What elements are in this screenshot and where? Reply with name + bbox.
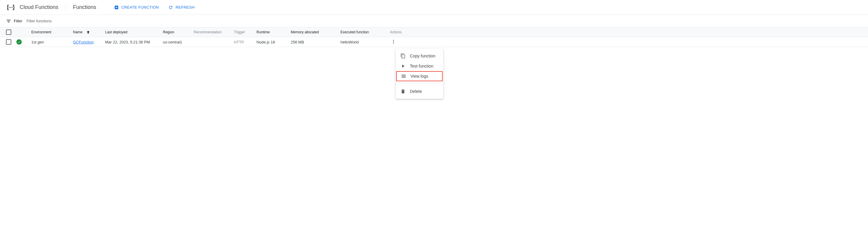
row-checkbox-col xyxy=(0,39,17,45)
row-runtime: Node.js 18 xyxy=(256,40,291,44)
row-name-col: GCFunction xyxy=(73,40,105,44)
row-actions-col xyxy=(390,38,411,46)
row-memory: 256 MB xyxy=(291,40,340,44)
header-trigger[interactable]: Trigger xyxy=(234,30,256,34)
row-region: us-central1 xyxy=(163,40,194,44)
header-memory[interactable]: Memory allocated xyxy=(291,30,340,34)
row-trigger: HTTP xyxy=(234,40,256,44)
product-title: Cloud Functions xyxy=(20,4,58,10)
refresh-label: Refresh xyxy=(176,5,194,9)
header-divider xyxy=(65,3,66,12)
svg-point-4 xyxy=(393,40,394,41)
function-name-link[interactable]: GCFunction xyxy=(73,40,94,44)
row-checkbox[interactable] xyxy=(6,39,11,45)
header-checkbox-col xyxy=(0,29,17,35)
header-environment[interactable]: Environment xyxy=(31,30,73,34)
filter-icon xyxy=(6,19,11,24)
table-header: Environment Name Last deployed Region Re… xyxy=(0,27,868,37)
header-executed[interactable]: Executed function xyxy=(340,30,390,34)
refresh-icon xyxy=(168,5,173,10)
create-function-label: Create Function xyxy=(121,5,159,9)
filter-bar: Filter xyxy=(0,15,868,27)
more-vert-icon xyxy=(391,39,396,44)
header-actions: Actions xyxy=(390,30,411,34)
svg-point-2 xyxy=(12,7,13,8)
product-icon xyxy=(6,3,16,12)
create-function-button[interactable]: Create Function xyxy=(114,5,159,10)
row-environment: 1st gen xyxy=(31,40,73,44)
sort-arrow-up-icon xyxy=(86,30,90,34)
filter-input[interactable] xyxy=(27,19,862,23)
svg-point-1 xyxy=(10,7,11,8)
plus-icon xyxy=(114,5,119,10)
header-bar: Cloud Functions Functions Create Functio… xyxy=(0,0,868,15)
filter-label-group: Filter xyxy=(6,19,22,24)
row-last-deployed: Mar 22, 2023, 5:21:36 PM xyxy=(105,40,163,44)
header-name-label: Name xyxy=(73,30,83,34)
row-executed: helloWorld xyxy=(340,40,390,44)
status-success-icon xyxy=(17,39,22,45)
filter-label: Filter xyxy=(14,19,22,23)
header-last-deployed[interactable]: Last deployed xyxy=(105,30,163,34)
row-status-col xyxy=(17,39,31,45)
svg-point-5 xyxy=(393,41,394,42)
header-actions: Create Function Refresh xyxy=(114,5,194,10)
select-all-checkbox[interactable] xyxy=(6,29,11,35)
header-region[interactable]: Region xyxy=(163,30,194,34)
table-row: 1st gen GCFunction Mar 22, 2023, 5:21:36… xyxy=(0,37,868,47)
header-recommendation[interactable]: Recommendation xyxy=(194,30,234,34)
svg-point-0 xyxy=(9,7,10,8)
header-runtime[interactable]: Runtime xyxy=(256,30,291,34)
page-title: Functions xyxy=(73,4,96,10)
refresh-button[interactable]: Refresh xyxy=(168,5,194,10)
header-name[interactable]: Name xyxy=(73,30,105,34)
svg-point-6 xyxy=(393,42,394,43)
more-actions-button[interactable] xyxy=(390,38,411,46)
